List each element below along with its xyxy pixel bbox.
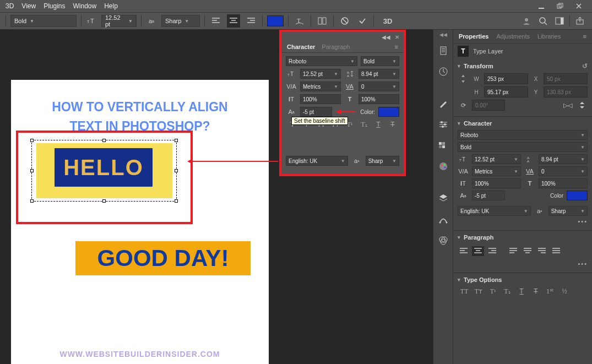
fractions-icon[interactable]: ½ [558,286,571,296]
cloud-user-icon[interactable] [520,14,533,28]
subscript-icon[interactable]: T₁ [501,286,514,296]
commit-icon[interactable] [356,14,369,28]
menu-plugins[interactable]: Plugins [44,2,65,10]
stylistic-icon[interactable]: T [372,132,385,142]
fractions-icon[interactable]: ½ [286,143,299,153]
close-panel-icon[interactable]: ✕ [395,34,399,40]
font-size-dropdown[interactable]: 12.52 pt▼ [101,15,137,27]
rp-font-weight[interactable]: Bold▼ [458,142,588,152]
baseline-shift-field[interactable]: -5 pt [300,107,332,117]
font-family-dropdown[interactable]: Roboto▼ [286,56,357,66]
layers-panel-icon[interactable] [436,191,451,206]
height-field[interactable]: 95.17 px [484,86,528,97]
collapse-icon[interactable]: ◀◀ [382,34,390,40]
font-weight-dropdown[interactable]: Bold▼ [10,15,77,27]
rp-font-family[interactable]: Roboto▼ [458,130,588,140]
character-panel[interactable]: ◀◀ ✕ Character Paragraph ≡ Roboto▼ Bold▼… [279,30,406,176]
titling-icon[interactable]: T [343,132,356,142]
menu-help[interactable]: Help [104,2,118,10]
oldstyle-icon[interactable]: 1ˢᵗ [544,286,557,296]
para-align-center-icon[interactable] [472,246,484,256]
superscript-icon[interactable]: T¹ [486,286,499,296]
tab-adjustments[interactable]: Adjustments [496,33,530,40]
rp-baseline[interactable]: -5 pt [472,191,505,200]
underline-icon[interactable]: T [515,286,528,296]
align-right-icon[interactable] [245,14,258,28]
justify-center-icon[interactable] [522,246,534,256]
swatches-panel-icon[interactable] [436,138,451,153]
swash-icon[interactable]: 𝒜 [329,132,342,142]
y-field[interactable]: 130.83 px [544,86,588,97]
workspace-icon[interactable] [553,14,566,28]
search-icon[interactable] [536,14,550,28]
3d-button[interactable]: 3D [378,14,397,28]
canvas-area[interactable]: HOW TO VERTICALLY ALIGN TEXT IN PHOTOSHO… [0,30,433,364]
rp-font-size[interactable]: 12.52 pt▼ [472,154,521,164]
tracking-field[interactable]: 0▼ [359,82,399,91]
paths-panel-icon[interactable] [436,211,451,227]
smallcaps-icon[interactable]: Tᴛ [472,286,485,296]
cancel-icon[interactable] [338,14,351,28]
oldstyle-icon[interactable]: 1ˢᵗ [386,132,399,142]
kerning-field[interactable]: Metrics▼ [300,82,341,91]
char-panel-icon[interactable] [316,14,329,28]
rp-kerning[interactable]: Metrics▼ [472,166,521,176]
justify-left-icon[interactable] [507,246,519,256]
para-align-left-icon[interactable] [458,246,470,256]
panel-antialias-dropdown[interactable]: Sharp▼ [366,156,399,166]
rp-antialias[interactable]: Sharp▼ [548,206,588,216]
rp-tracking[interactable]: 0▼ [539,166,588,176]
transform-selection[interactable] [31,140,177,202]
strikethrough-icon[interactable]: T [386,119,399,129]
text-color-swatch-panel[interactable] [378,107,399,117]
allcaps-icon[interactable]: TT [458,286,471,296]
share-icon[interactable] [573,14,586,28]
angle-field[interactable]: 0.00° [472,100,505,111]
vscale-field[interactable]: 100% [300,94,341,104]
flip-v-icon[interactable] [577,100,588,110]
ordinals-icon[interactable]: a̲d̲ [357,132,371,142]
close-icon[interactable] [571,1,586,11]
tab-character[interactable]: Character [287,44,315,50]
menu-view[interactable]: View [21,2,36,10]
strikethrough-icon[interactable]: T [529,286,542,296]
color-panel-icon[interactable] [436,159,451,174]
align-center-icon[interactable] [227,14,240,28]
link-wh-icon[interactable] [458,74,469,84]
warp-text-icon[interactable]: T [293,14,306,28]
tab-properties[interactable]: Properties [459,33,488,40]
font-weight-dropdown-panel[interactable]: Bold▼ [361,56,399,66]
rp-color-swatch[interactable] [567,191,588,200]
rp-leading[interactable]: 8.94 pt▼ [539,154,588,164]
underline-icon[interactable]: T [372,119,385,129]
text-color-swatch[interactable] [267,15,284,26]
align-left-icon[interactable] [209,14,222,28]
panel-menu-icon[interactable]: ≡ [583,33,586,40]
more-options-icon[interactable]: ••• [458,218,588,225]
language-dropdown[interactable]: English: UK▼ [286,156,348,166]
ligature-st-icon[interactable]: st [314,132,328,142]
width-field[interactable]: 253 px [484,73,528,84]
history-panel-icon[interactable] [436,43,451,58]
minimize-icon[interactable] [534,1,549,11]
tab-paragraph[interactable]: Paragraph [322,44,350,50]
subscript-icon[interactable]: T₁ [357,119,371,129]
brush-settings-icon[interactable] [436,117,451,132]
restore-icon[interactable] [552,1,568,11]
more-options-icon[interactable]: ••• [458,260,588,267]
menu-3d[interactable]: 3D [6,2,14,10]
actions-panel-icon[interactable] [436,64,451,79]
hscale-field[interactable]: 100% [359,94,399,104]
tab-libraries[interactable]: Libraries [537,33,561,40]
rp-hscale[interactable]: 100% [539,178,588,188]
dock-collapse-icon[interactable]: ◀◀ [439,32,447,37]
reset-icon[interactable]: ↺ [582,62,588,70]
section-type-options[interactable]: Type Options [464,276,502,283]
antialias-dropdown[interactable]: Sharp▼ [161,15,200,27]
justify-right-icon[interactable] [536,246,548,256]
rp-vscale[interactable]: 100% [472,178,521,188]
leading-field[interactable]: 8.94 pt▼ [359,69,399,79]
flip-h-icon[interactable]: ▷◁ [562,100,573,110]
font-size-field[interactable]: 12.52 pt▼ [300,69,341,79]
x-field[interactable]: 50 px [544,73,588,84]
